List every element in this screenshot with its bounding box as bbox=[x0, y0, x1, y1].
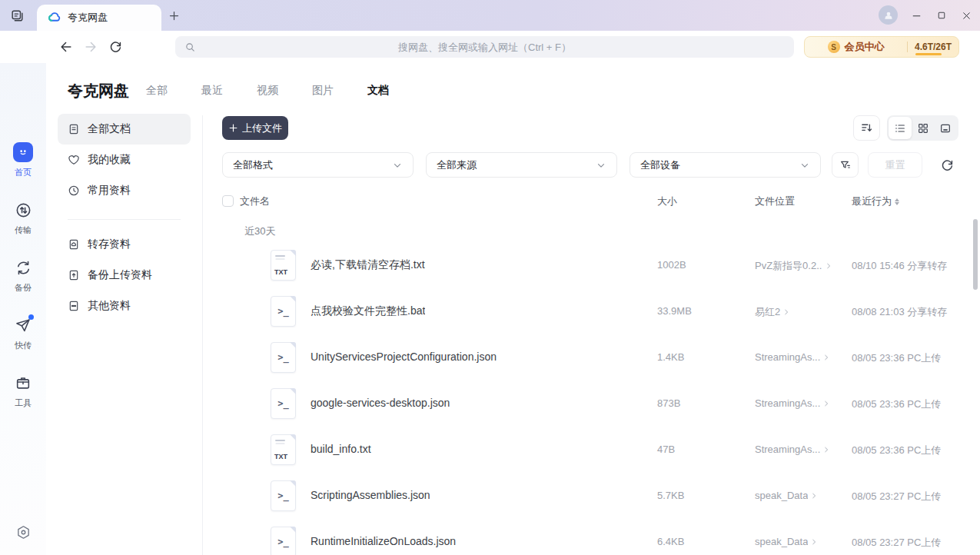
tab-all[interactable]: 全部 bbox=[146, 84, 168, 98]
refresh-list-button[interactable] bbox=[937, 155, 957, 175]
page-tabs: 全部 最近 视频 图片 文档 bbox=[146, 84, 389, 98]
chevron-down-icon bbox=[596, 160, 606, 171]
home-icon bbox=[13, 142, 33, 162]
file-row[interactable]: TXT>_ google-services-desktop.json 873B … bbox=[0, 381, 980, 427]
tab-video[interactable]: 视频 bbox=[257, 84, 278, 98]
preview-view-button[interactable] bbox=[934, 117, 957, 139]
select-all-checkbox[interactable] bbox=[222, 195, 234, 207]
column-activity-label: 最近行为 bbox=[852, 194, 892, 208]
file-name: ScriptingAssemblies.json bbox=[311, 489, 430, 501]
file-location[interactable]: speak_Data bbox=[755, 490, 818, 501]
tab-document[interactable]: 文档 bbox=[367, 84, 389, 98]
sort-order-button[interactable] bbox=[853, 115, 880, 141]
minimize-icon[interactable] bbox=[905, 5, 927, 26]
file-type-icon: TXT>_ bbox=[271, 434, 296, 465]
file-row[interactable]: TXT>_ UnityServicesProjectConfiguration.… bbox=[0, 334, 980, 381]
file-location-text: speak_Data bbox=[755, 536, 808, 547]
rail-label-home: 首页 bbox=[15, 167, 32, 178]
file-location[interactable]: speak_Data bbox=[755, 536, 818, 547]
file-name: build_info.txt bbox=[311, 443, 371, 455]
search-bar[interactable] bbox=[175, 36, 794, 58]
user-avatar[interactable] bbox=[879, 5, 898, 25]
file-location[interactable]: PvZ新指导0.2... bbox=[755, 259, 832, 273]
file-size: 5.7KB bbox=[657, 490, 684, 501]
member-center-button[interactable]: S 会员中心 bbox=[805, 37, 907, 57]
file-size: 47B bbox=[657, 444, 675, 455]
storage-indicator[interactable]: 4.6T/26T bbox=[908, 37, 958, 57]
file-row[interactable]: TXT>_ 点我校验文件完整性.bat 33.9MB 易红2 08/08 21:… bbox=[0, 288, 980, 334]
upload-file-button[interactable]: 上传文件 bbox=[222, 116, 288, 140]
chevron-down-icon bbox=[392, 160, 403, 171]
filter-device-select[interactable]: 全部设备 bbox=[630, 152, 821, 178]
close-icon[interactable] bbox=[955, 5, 977, 26]
filter-format-select[interactable]: 全部格式 bbox=[222, 152, 414, 178]
quark-logo-icon bbox=[48, 11, 61, 25]
file-location-text: PvZ新指导0.2... bbox=[755, 259, 822, 273]
browser-tab[interactable]: 夸克网盘 bbox=[37, 5, 161, 31]
grid-view-button[interactable] bbox=[912, 117, 935, 139]
file-type-icon: TXT>_ bbox=[271, 527, 296, 555]
file-location[interactable]: StreamingAs... bbox=[755, 351, 830, 363]
chevron-right-icon bbox=[810, 492, 818, 500]
file-location[interactable]: StreamingAs... bbox=[755, 444, 830, 455]
file-name: UnityServicesProjectConfiguration.json bbox=[311, 351, 497, 363]
file-name: 必读,下载错清空存档.txt bbox=[311, 258, 425, 272]
browser-toolbar: S 会员中心 4.6T/26T bbox=[0, 31, 980, 63]
chevron-down-icon bbox=[799, 160, 810, 171]
filter-source-select[interactable]: 全部来源 bbox=[426, 152, 617, 178]
member-center-label: 会员中心 bbox=[845, 40, 885, 54]
reset-button[interactable]: 重置 bbox=[868, 152, 922, 178]
sort-arrows-icon bbox=[895, 198, 899, 205]
sort-icon bbox=[860, 121, 873, 135]
back-icon[interactable] bbox=[57, 38, 75, 56]
grid-view-icon bbox=[917, 122, 929, 135]
search-input[interactable] bbox=[175, 36, 794, 58]
nav-divider bbox=[68, 219, 181, 220]
column-size: 大小 bbox=[657, 194, 677, 208]
quark-drive-window: 夸克网盘 bbox=[0, 0, 980, 555]
member-center-bar[interactable]: S 会员中心 4.6T/26T bbox=[804, 36, 959, 58]
filter-button[interactable] bbox=[832, 152, 859, 178]
file-row[interactable]: TXT>_ 必读,下载错清空存档.txt 1002B PvZ新指导0.2... … bbox=[0, 242, 980, 288]
filter-source-value: 全部来源 bbox=[437, 158, 477, 172]
file-row[interactable]: TXT>_ RuntimeInitializeOnLoads.json 6.4K… bbox=[0, 519, 980, 555]
tab-manager-icon[interactable] bbox=[8, 7, 25, 24]
forward-icon[interactable] bbox=[81, 38, 100, 56]
scrollbar-thumb[interactable] bbox=[973, 219, 978, 290]
new-tab-icon[interactable] bbox=[164, 6, 183, 25]
chevron-right-icon bbox=[810, 538, 818, 546]
tab-image[interactable]: 图片 bbox=[312, 84, 334, 98]
column-activity-sort[interactable]: 最近行为 bbox=[852, 194, 899, 208]
chevron-right-icon bbox=[822, 400, 830, 407]
nav-item-favorites[interactable]: 我的收藏 bbox=[58, 145, 191, 175]
preview-view-icon bbox=[939, 122, 952, 135]
file-activity: 08/05 23:27 PC上传 bbox=[852, 490, 941, 503]
filter-format-value: 全部格式 bbox=[233, 158, 273, 172]
file-type-icon: TXT>_ bbox=[271, 250, 296, 281]
nav-item-all-documents[interactable]: 全部文档 bbox=[58, 114, 191, 145]
column-file-name: 文件名 bbox=[240, 194, 270, 208]
file-location-text: StreamingAs... bbox=[755, 351, 820, 363]
file-activity: 08/08 21:03 分享转存 bbox=[852, 305, 947, 319]
filter-funnel-icon bbox=[839, 159, 852, 171]
file-type-icon: TXT>_ bbox=[271, 342, 296, 373]
list-view-button[interactable] bbox=[889, 117, 912, 139]
nav-label: 我的收藏 bbox=[88, 153, 131, 167]
file-type-icon: TXT>_ bbox=[271, 296, 296, 327]
tab-recent[interactable]: 最近 bbox=[201, 84, 223, 98]
file-location[interactable]: StreamingAs... bbox=[755, 397, 830, 409]
maximize-icon[interactable] bbox=[931, 5, 952, 26]
page-title: 夸克网盘 bbox=[68, 81, 129, 101]
file-size: 33.9MB bbox=[657, 305, 692, 317]
file-type-icon: TXT>_ bbox=[271, 388, 296, 419]
heart-icon bbox=[68, 154, 80, 166]
file-location-text: speak_Data bbox=[755, 490, 808, 501]
reload-icon[interactable] bbox=[106, 38, 125, 56]
rail-item-home[interactable]: 首页 bbox=[0, 142, 46, 178]
file-row[interactable]: TXT>_ ScriptingAssemblies.json 5.7KB spe… bbox=[0, 473, 980, 519]
table-header: 文件名 大小 文件位置 最近行为 bbox=[0, 192, 980, 212]
file-location[interactable]: 易红2 bbox=[755, 305, 790, 319]
coin-icon: S bbox=[828, 41, 840, 53]
tab-title: 夸克网盘 bbox=[68, 11, 108, 25]
file-row[interactable]: TXT>_ build_info.txt 47B StreamingAs... … bbox=[0, 427, 980, 473]
